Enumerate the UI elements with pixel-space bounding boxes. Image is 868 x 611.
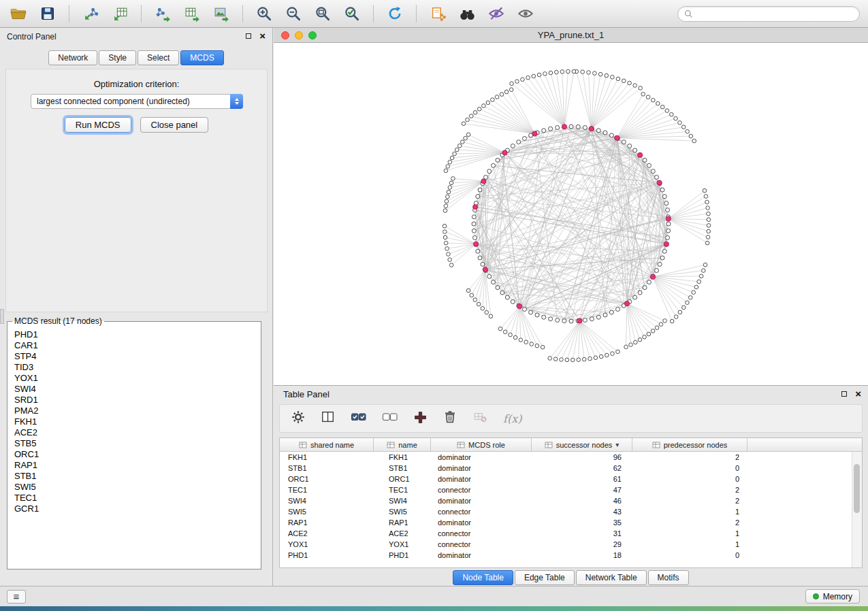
node[interactable] [571,358,575,362]
node[interactable] [521,78,525,82]
edge[interactable] [653,277,690,297]
mcds-result-item[interactable]: YOX1 [14,373,254,384]
tab-node-table[interactable]: Node Table [453,570,513,585]
mcds-result-item[interactable]: PHD1 [14,329,254,340]
tab-edge-table[interactable]: Edge Table [515,570,575,585]
node[interactable] [707,229,711,233]
edge[interactable] [653,277,672,321]
node[interactable] [658,262,662,266]
node[interactable] [505,295,509,299]
column-header-successor-nodes[interactable]: successor nodes ▾ [532,438,632,451]
node[interactable] [548,357,552,361]
node[interactable] [477,107,481,111]
hide-details-button[interactable] [486,3,507,24]
edge[interactable] [564,71,574,127]
node[interactable] [537,73,541,77]
node[interactable] [542,129,546,133]
mcds-result-item[interactable]: GCR1 [14,503,254,514]
edge[interactable] [669,208,708,219]
edge[interactable] [617,114,671,137]
node[interactable] [609,133,613,137]
node[interactable] [482,104,486,108]
node[interactable] [466,288,470,293]
node[interactable] [556,125,560,129]
node[interactable] [701,269,705,273]
edge[interactable] [617,122,679,137]
edge[interactable] [653,276,701,277]
float-panel-icon[interactable] [246,33,251,39]
node[interactable] [492,280,496,284]
node[interactable] [444,241,448,245]
node[interactable] [660,105,664,109]
node[interactable] [660,256,664,260]
node[interactable] [535,344,539,348]
node[interactable] [674,116,678,120]
memory-button[interactable]: Memory [805,589,860,604]
node[interactable] [643,335,647,339]
node[interactable] [466,133,470,137]
node[interactable] [641,93,645,97]
node[interactable] [651,329,655,333]
dominator-node[interactable] [615,135,620,140]
node[interactable] [566,69,570,73]
node[interactable] [535,313,539,317]
share-document-button[interactable] [428,3,448,24]
splitter-handle[interactable] [0,309,4,324]
node[interactable] [670,319,674,323]
edge[interactable] [626,303,627,347]
edge[interactable] [653,277,684,308]
edge[interactable] [448,244,476,254]
node[interactable] [572,69,576,73]
node[interactable] [706,235,710,240]
node[interactable] [655,175,659,179]
show-details-button[interactable] [515,3,536,24]
node[interactable] [678,310,682,314]
node[interactable] [616,350,620,354]
node[interactable] [655,326,659,330]
table-row[interactable]: TEC1TEC1connector472 [280,484,852,495]
dominator-node[interactable] [650,274,655,279]
node[interactable] [529,310,533,314]
node[interactable] [629,343,633,347]
node[interactable] [707,224,711,228]
table-row[interactable]: SWI5SWI5connector431 [280,506,852,517]
node[interactable] [472,222,476,226]
node[interactable] [666,229,671,233]
node[interactable] [496,158,500,162]
node[interactable] [611,75,615,79]
edge[interactable] [497,97,534,133]
mcds-result-item[interactable]: STB5 [14,438,254,449]
mcds-result-item[interactable]: FKH1 [14,416,254,427]
edge[interactable] [617,103,658,138]
node[interactable] [633,84,637,88]
node[interactable] [449,181,453,185]
mcds-result-item[interactable]: STP4 [14,351,254,362]
import-network-button[interactable] [80,3,101,24]
mcds-result-item[interactable]: ACE2 [14,427,254,438]
edge[interactable] [483,269,485,308]
mcds-result-item[interactable]: PMA2 [14,406,254,416]
edge[interactable] [475,207,667,237]
node[interactable] [460,140,464,144]
node[interactable] [447,252,451,257]
node[interactable] [697,280,701,284]
node[interactable] [445,199,449,203]
edge[interactable] [567,320,580,359]
edge[interactable] [471,116,534,134]
node[interactable] [590,317,594,321]
mcds-result-item[interactable]: SWI4 [14,384,254,395]
edge[interactable] [653,277,676,317]
edge[interactable] [472,269,485,295]
close-window-icon[interactable] [281,31,289,39]
node[interactable] [576,125,580,129]
edge[interactable] [579,320,617,351]
edge[interactable] [522,80,564,127]
node[interactable] [598,72,602,76]
tab-select[interactable]: Select [138,50,179,65]
table-row[interactable]: STB1STB1dominator620 [280,463,852,474]
node[interactable] [470,293,474,297]
node[interactable] [662,195,666,199]
node[interactable] [511,299,515,303]
node[interactable] [609,310,613,314]
edge[interactable] [627,303,665,320]
